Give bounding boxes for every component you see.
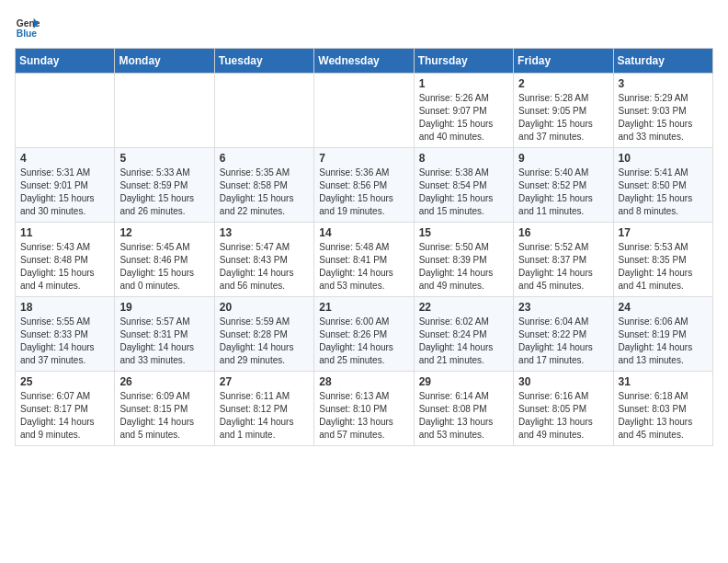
day-number: 18 [20, 301, 109, 314]
day-number: 3 [619, 77, 708, 90]
day-info: Sunrise: 6:16 AM Sunset: 8:05 PM Dayligh… [518, 390, 608, 442]
day-number: 13 [220, 226, 309, 239]
calendar-cell: 12Sunrise: 5:45 AM Sunset: 8:46 PM Dayli… [115, 223, 214, 297]
day-number: 5 [119, 152, 209, 165]
day-info: Sunrise: 5:55 AM Sunset: 8:33 PM Dayligh… [20, 316, 109, 367]
calendar-cell: 16Sunrise: 5:52 AM Sunset: 8:37 PM Dayli… [514, 223, 613, 297]
day-number: 20 [220, 301, 309, 314]
day-info: Sunrise: 5:26 AM Sunset: 9:07 PM Dayligh… [419, 92, 508, 144]
day-info: Sunrise: 5:53 AM Sunset: 8:35 PM Dayligh… [619, 241, 708, 293]
day-number: 27 [220, 375, 309, 388]
day-number: 4 [20, 152, 109, 165]
day-number: 12 [119, 226, 209, 239]
calendar-cell: 15Sunrise: 5:50 AM Sunset: 8:39 PM Dayli… [414, 223, 513, 297]
calendar-cell: 24Sunrise: 6:06 AM Sunset: 8:19 PM Dayli… [613, 297, 712, 372]
calendar-cell: 6Sunrise: 5:35 AM Sunset: 8:58 PM Daylig… [214, 148, 313, 223]
day-number: 15 [419, 226, 508, 239]
calendar-cell: 4Sunrise: 5:31 AM Sunset: 9:01 PM Daylig… [16, 148, 115, 223]
calendar-cell: 19Sunrise: 5:57 AM Sunset: 8:31 PM Dayli… [115, 297, 214, 372]
day-info: Sunrise: 5:59 AM Sunset: 8:28 PM Dayligh… [220, 316, 309, 367]
day-info: Sunrise: 5:43 AM Sunset: 8:48 PM Dayligh… [20, 241, 109, 293]
calendar-table: SundayMondayTuesdayWednesdayThursdayFrid… [15, 48, 713, 446]
day-info: Sunrise: 6:06 AM Sunset: 8:19 PM Dayligh… [619, 316, 708, 367]
day-number: 19 [119, 301, 209, 314]
day-number: 21 [319, 301, 408, 314]
day-info: Sunrise: 6:07 AM Sunset: 8:17 PM Dayligh… [20, 390, 109, 442]
calendar-header-row: SundayMondayTuesdayWednesdayThursdayFrid… [16, 49, 713, 74]
calendar-cell: 29Sunrise: 6:14 AM Sunset: 8:08 PM Dayli… [414, 372, 513, 446]
calendar-cell: 11Sunrise: 5:43 AM Sunset: 8:48 PM Dayli… [16, 223, 115, 297]
day-info: Sunrise: 6:09 AM Sunset: 8:15 PM Dayligh… [119, 390, 209, 442]
day-number: 26 [119, 375, 209, 388]
day-number: 8 [419, 152, 508, 165]
calendar-week-row: 1Sunrise: 5:26 AM Sunset: 9:07 PM Daylig… [16, 74, 713, 148]
calendar-cell [115, 74, 214, 148]
day-number: 11 [20, 226, 109, 239]
calendar-week-row: 18Sunrise: 5:55 AM Sunset: 8:33 PM Dayli… [16, 297, 713, 372]
day-info: Sunrise: 6:14 AM Sunset: 8:08 PM Dayligh… [419, 390, 508, 442]
calendar-week-row: 25Sunrise: 6:07 AM Sunset: 8:17 PM Dayli… [16, 372, 713, 446]
calendar-cell: 27Sunrise: 6:11 AM Sunset: 8:12 PM Dayli… [214, 372, 313, 446]
day-info: Sunrise: 5:31 AM Sunset: 9:01 PM Dayligh… [20, 167, 109, 218]
day-info: Sunrise: 6:18 AM Sunset: 8:03 PM Dayligh… [619, 390, 708, 442]
calendar-cell: 8Sunrise: 5:38 AM Sunset: 8:54 PM Daylig… [414, 148, 513, 223]
day-number: 31 [619, 375, 708, 388]
calendar-cell [314, 74, 414, 148]
day-number: 22 [419, 301, 508, 314]
day-info: Sunrise: 6:11 AM Sunset: 8:12 PM Dayligh… [220, 390, 309, 442]
weekday-header-thursday: Thursday [414, 49, 513, 74]
weekday-header-friday: Friday [514, 49, 613, 74]
day-number: 16 [518, 226, 608, 239]
calendar-cell: 13Sunrise: 5:47 AM Sunset: 8:43 PM Dayli… [214, 223, 313, 297]
calendar-cell: 3Sunrise: 5:29 AM Sunset: 9:03 PM Daylig… [613, 74, 712, 148]
day-info: Sunrise: 5:52 AM Sunset: 8:37 PM Dayligh… [518, 241, 608, 293]
calendar-cell: 1Sunrise: 5:26 AM Sunset: 9:07 PM Daylig… [414, 74, 513, 148]
day-info: Sunrise: 5:57 AM Sunset: 8:31 PM Dayligh… [119, 316, 209, 367]
calendar-cell: 17Sunrise: 5:53 AM Sunset: 8:35 PM Dayli… [613, 223, 712, 297]
day-info: Sunrise: 5:28 AM Sunset: 9:05 PM Dayligh… [518, 92, 608, 144]
day-info: Sunrise: 5:45 AM Sunset: 8:46 PM Dayligh… [119, 241, 209, 293]
calendar-cell: 2Sunrise: 5:28 AM Sunset: 9:05 PM Daylig… [514, 74, 613, 148]
day-number: 17 [619, 226, 708, 239]
calendar-cell: 31Sunrise: 6:18 AM Sunset: 8:03 PM Dayli… [613, 372, 712, 446]
day-info: Sunrise: 5:50 AM Sunset: 8:39 PM Dayligh… [419, 241, 508, 293]
calendar-cell: 18Sunrise: 5:55 AM Sunset: 8:33 PM Dayli… [16, 297, 115, 372]
day-number: 23 [518, 301, 608, 314]
calendar-cell: 7Sunrise: 5:36 AM Sunset: 8:56 PM Daylig… [314, 148, 414, 223]
day-number: 29 [419, 375, 508, 388]
day-number: 9 [518, 152, 608, 165]
day-info: Sunrise: 6:04 AM Sunset: 8:22 PM Dayligh… [518, 316, 608, 367]
day-info: Sunrise: 5:41 AM Sunset: 8:50 PM Dayligh… [619, 167, 708, 218]
calendar-cell: 22Sunrise: 6:02 AM Sunset: 8:24 PM Dayli… [414, 297, 513, 372]
day-info: Sunrise: 5:40 AM Sunset: 8:52 PM Dayligh… [518, 167, 608, 218]
calendar-cell [16, 74, 115, 148]
calendar-cell: 25Sunrise: 6:07 AM Sunset: 8:17 PM Dayli… [16, 372, 115, 446]
weekday-header-sunday: Sunday [16, 49, 115, 74]
weekday-header-tuesday: Tuesday [214, 49, 313, 74]
day-number: 14 [319, 226, 408, 239]
day-info: Sunrise: 5:36 AM Sunset: 8:56 PM Dayligh… [319, 167, 408, 218]
logo-icon: General Blue [15, 15, 40, 40]
day-number: 1 [419, 77, 508, 90]
calendar-cell: 30Sunrise: 6:16 AM Sunset: 8:05 PM Dayli… [514, 372, 613, 446]
day-info: Sunrise: 5:33 AM Sunset: 8:59 PM Dayligh… [119, 167, 209, 218]
calendar-cell: 5Sunrise: 5:33 AM Sunset: 8:59 PM Daylig… [115, 148, 214, 223]
calendar-cell [214, 74, 313, 148]
calendar-cell: 20Sunrise: 5:59 AM Sunset: 8:28 PM Dayli… [214, 297, 313, 372]
day-info: Sunrise: 5:48 AM Sunset: 8:41 PM Dayligh… [319, 241, 408, 293]
calendar-cell: 9Sunrise: 5:40 AM Sunset: 8:52 PM Daylig… [514, 148, 613, 223]
day-info: Sunrise: 6:00 AM Sunset: 8:26 PM Dayligh… [319, 316, 408, 367]
day-info: Sunrise: 5:38 AM Sunset: 8:54 PM Dayligh… [419, 167, 508, 218]
day-info: Sunrise: 5:47 AM Sunset: 8:43 PM Dayligh… [220, 241, 309, 293]
day-info: Sunrise: 6:02 AM Sunset: 8:24 PM Dayligh… [419, 316, 508, 367]
calendar-cell: 26Sunrise: 6:09 AM Sunset: 8:15 PM Dayli… [115, 372, 214, 446]
weekday-header-wednesday: Wednesday [314, 49, 414, 74]
day-info: Sunrise: 5:29 AM Sunset: 9:03 PM Dayligh… [619, 92, 708, 144]
calendar-week-row: 11Sunrise: 5:43 AM Sunset: 8:48 PM Dayli… [16, 223, 713, 297]
day-info: Sunrise: 6:13 AM Sunset: 8:10 PM Dayligh… [319, 390, 408, 442]
calendar-cell: 21Sunrise: 6:00 AM Sunset: 8:26 PM Dayli… [314, 297, 414, 372]
logo: General Blue [15, 15, 40, 40]
day-number: 25 [20, 375, 109, 388]
day-info: Sunrise: 5:35 AM Sunset: 8:58 PM Dayligh… [220, 167, 309, 218]
calendar-cell: 14Sunrise: 5:48 AM Sunset: 8:41 PM Dayli… [314, 223, 414, 297]
